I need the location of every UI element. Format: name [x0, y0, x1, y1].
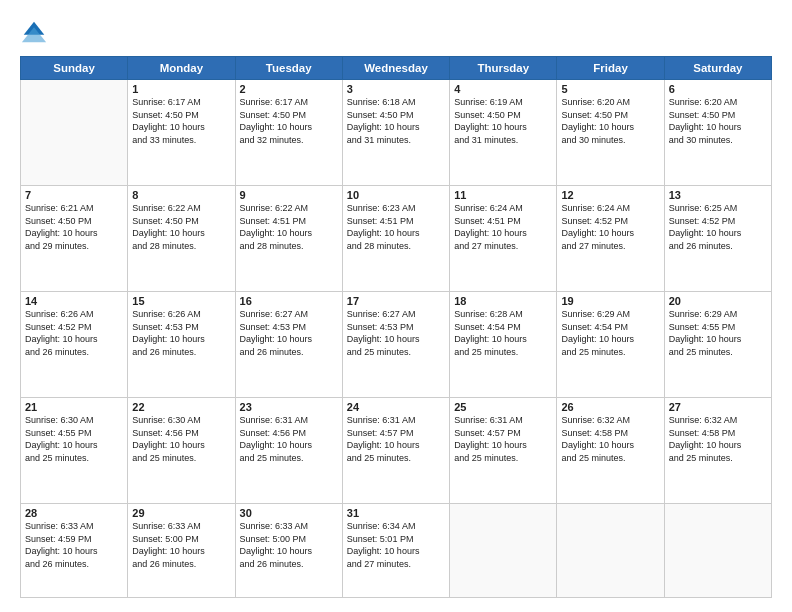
calendar-cell: 16Sunrise: 6:27 AM Sunset: 4:53 PM Dayli…	[235, 292, 342, 398]
day-info: Sunrise: 6:27 AM Sunset: 4:53 PM Dayligh…	[240, 308, 338, 358]
day-number: 24	[347, 401, 445, 413]
day-number: 9	[240, 189, 338, 201]
calendar-cell: 13Sunrise: 6:25 AM Sunset: 4:52 PM Dayli…	[664, 186, 771, 292]
calendar-cell: 14Sunrise: 6:26 AM Sunset: 4:52 PM Dayli…	[21, 292, 128, 398]
day-info: Sunrise: 6:25 AM Sunset: 4:52 PM Dayligh…	[669, 202, 767, 252]
day-info: Sunrise: 6:21 AM Sunset: 4:50 PM Dayligh…	[25, 202, 123, 252]
day-number: 31	[347, 507, 445, 519]
day-number: 26	[561, 401, 659, 413]
day-info: Sunrise: 6:27 AM Sunset: 4:53 PM Dayligh…	[347, 308, 445, 358]
calendar-cell: 4Sunrise: 6:19 AM Sunset: 4:50 PM Daylig…	[450, 80, 557, 186]
day-info: Sunrise: 6:24 AM Sunset: 4:52 PM Dayligh…	[561, 202, 659, 252]
day-info: Sunrise: 6:31 AM Sunset: 4:57 PM Dayligh…	[347, 414, 445, 464]
week-row-2: 14Sunrise: 6:26 AM Sunset: 4:52 PM Dayli…	[21, 292, 772, 398]
calendar-cell: 29Sunrise: 6:33 AM Sunset: 5:00 PM Dayli…	[128, 504, 235, 598]
day-info: Sunrise: 6:33 AM Sunset: 5:00 PM Dayligh…	[240, 520, 338, 570]
day-info: Sunrise: 6:30 AM Sunset: 4:56 PM Dayligh…	[132, 414, 230, 464]
day-number: 18	[454, 295, 552, 307]
day-info: Sunrise: 6:33 AM Sunset: 5:00 PM Dayligh…	[132, 520, 230, 570]
day-info: Sunrise: 6:33 AM Sunset: 4:59 PM Dayligh…	[25, 520, 123, 570]
calendar-cell: 20Sunrise: 6:29 AM Sunset: 4:55 PM Dayli…	[664, 292, 771, 398]
calendar-cell: 22Sunrise: 6:30 AM Sunset: 4:56 PM Dayli…	[128, 398, 235, 504]
week-row-3: 21Sunrise: 6:30 AM Sunset: 4:55 PM Dayli…	[21, 398, 772, 504]
day-header-thursday: Thursday	[450, 57, 557, 80]
day-number: 4	[454, 83, 552, 95]
page-header	[20, 18, 772, 46]
day-number: 25	[454, 401, 552, 413]
day-info: Sunrise: 6:19 AM Sunset: 4:50 PM Dayligh…	[454, 96, 552, 146]
calendar-cell: 26Sunrise: 6:32 AM Sunset: 4:58 PM Dayli…	[557, 398, 664, 504]
calendar-cell	[664, 504, 771, 598]
calendar-cell: 17Sunrise: 6:27 AM Sunset: 4:53 PM Dayli…	[342, 292, 449, 398]
day-header-saturday: Saturday	[664, 57, 771, 80]
day-number: 29	[132, 507, 230, 519]
week-row-1: 7Sunrise: 6:21 AM Sunset: 4:50 PM Daylig…	[21, 186, 772, 292]
day-number: 30	[240, 507, 338, 519]
calendar-cell	[450, 504, 557, 598]
day-info: Sunrise: 6:28 AM Sunset: 4:54 PM Dayligh…	[454, 308, 552, 358]
logo	[20, 18, 52, 46]
calendar-header-row: SundayMondayTuesdayWednesdayThursdayFrid…	[21, 57, 772, 80]
day-info: Sunrise: 6:32 AM Sunset: 4:58 PM Dayligh…	[561, 414, 659, 464]
day-header-sunday: Sunday	[21, 57, 128, 80]
day-number: 28	[25, 507, 123, 519]
day-header-tuesday: Tuesday	[235, 57, 342, 80]
day-info: Sunrise: 6:31 AM Sunset: 4:56 PM Dayligh…	[240, 414, 338, 464]
day-number: 12	[561, 189, 659, 201]
calendar-cell: 30Sunrise: 6:33 AM Sunset: 5:00 PM Dayli…	[235, 504, 342, 598]
day-info: Sunrise: 6:18 AM Sunset: 4:50 PM Dayligh…	[347, 96, 445, 146]
calendar-cell: 7Sunrise: 6:21 AM Sunset: 4:50 PM Daylig…	[21, 186, 128, 292]
calendar-cell: 12Sunrise: 6:24 AM Sunset: 4:52 PM Dayli…	[557, 186, 664, 292]
calendar-cell: 15Sunrise: 6:26 AM Sunset: 4:53 PM Dayli…	[128, 292, 235, 398]
day-number: 1	[132, 83, 230, 95]
day-number: 20	[669, 295, 767, 307]
calendar-cell: 8Sunrise: 6:22 AM Sunset: 4:50 PM Daylig…	[128, 186, 235, 292]
calendar-cell: 28Sunrise: 6:33 AM Sunset: 4:59 PM Dayli…	[21, 504, 128, 598]
logo-icon	[20, 18, 48, 46]
calendar-cell: 11Sunrise: 6:24 AM Sunset: 4:51 PM Dayli…	[450, 186, 557, 292]
day-number: 6	[669, 83, 767, 95]
day-info: Sunrise: 6:26 AM Sunset: 4:53 PM Dayligh…	[132, 308, 230, 358]
day-number: 27	[669, 401, 767, 413]
day-number: 17	[347, 295, 445, 307]
calendar-cell: 10Sunrise: 6:23 AM Sunset: 4:51 PM Dayli…	[342, 186, 449, 292]
calendar-cell: 21Sunrise: 6:30 AM Sunset: 4:55 PM Dayli…	[21, 398, 128, 504]
calendar-cell: 19Sunrise: 6:29 AM Sunset: 4:54 PM Dayli…	[557, 292, 664, 398]
calendar-cell: 1Sunrise: 6:17 AM Sunset: 4:50 PM Daylig…	[128, 80, 235, 186]
day-number: 14	[25, 295, 123, 307]
day-number: 10	[347, 189, 445, 201]
day-info: Sunrise: 6:20 AM Sunset: 4:50 PM Dayligh…	[561, 96, 659, 146]
day-info: Sunrise: 6:30 AM Sunset: 4:55 PM Dayligh…	[25, 414, 123, 464]
day-header-wednesday: Wednesday	[342, 57, 449, 80]
calendar-table: SundayMondayTuesdayWednesdayThursdayFrid…	[20, 56, 772, 598]
calendar-cell: 27Sunrise: 6:32 AM Sunset: 4:58 PM Dayli…	[664, 398, 771, 504]
week-row-4: 28Sunrise: 6:33 AM Sunset: 4:59 PM Dayli…	[21, 504, 772, 598]
day-number: 13	[669, 189, 767, 201]
calendar-cell: 24Sunrise: 6:31 AM Sunset: 4:57 PM Dayli…	[342, 398, 449, 504]
calendar-cell: 3Sunrise: 6:18 AM Sunset: 4:50 PM Daylig…	[342, 80, 449, 186]
calendar-cell: 31Sunrise: 6:34 AM Sunset: 5:01 PM Dayli…	[342, 504, 449, 598]
calendar-cell	[21, 80, 128, 186]
day-info: Sunrise: 6:17 AM Sunset: 4:50 PM Dayligh…	[240, 96, 338, 146]
day-number: 19	[561, 295, 659, 307]
calendar-cell: 25Sunrise: 6:31 AM Sunset: 4:57 PM Dayli…	[450, 398, 557, 504]
day-info: Sunrise: 6:26 AM Sunset: 4:52 PM Dayligh…	[25, 308, 123, 358]
calendar-cell: 6Sunrise: 6:20 AM Sunset: 4:50 PM Daylig…	[664, 80, 771, 186]
day-number: 8	[132, 189, 230, 201]
day-info: Sunrise: 6:31 AM Sunset: 4:57 PM Dayligh…	[454, 414, 552, 464]
day-number: 23	[240, 401, 338, 413]
calendar-cell: 5Sunrise: 6:20 AM Sunset: 4:50 PM Daylig…	[557, 80, 664, 186]
day-info: Sunrise: 6:24 AM Sunset: 4:51 PM Dayligh…	[454, 202, 552, 252]
day-info: Sunrise: 6:23 AM Sunset: 4:51 PM Dayligh…	[347, 202, 445, 252]
day-info: Sunrise: 6:34 AM Sunset: 5:01 PM Dayligh…	[347, 520, 445, 570]
day-info: Sunrise: 6:29 AM Sunset: 4:54 PM Dayligh…	[561, 308, 659, 358]
day-number: 2	[240, 83, 338, 95]
calendar-cell: 18Sunrise: 6:28 AM Sunset: 4:54 PM Dayli…	[450, 292, 557, 398]
day-info: Sunrise: 6:32 AM Sunset: 4:58 PM Dayligh…	[669, 414, 767, 464]
day-number: 16	[240, 295, 338, 307]
day-number: 5	[561, 83, 659, 95]
day-header-friday: Friday	[557, 57, 664, 80]
day-header-monday: Monday	[128, 57, 235, 80]
day-info: Sunrise: 6:17 AM Sunset: 4:50 PM Dayligh…	[132, 96, 230, 146]
day-info: Sunrise: 6:22 AM Sunset: 4:51 PM Dayligh…	[240, 202, 338, 252]
